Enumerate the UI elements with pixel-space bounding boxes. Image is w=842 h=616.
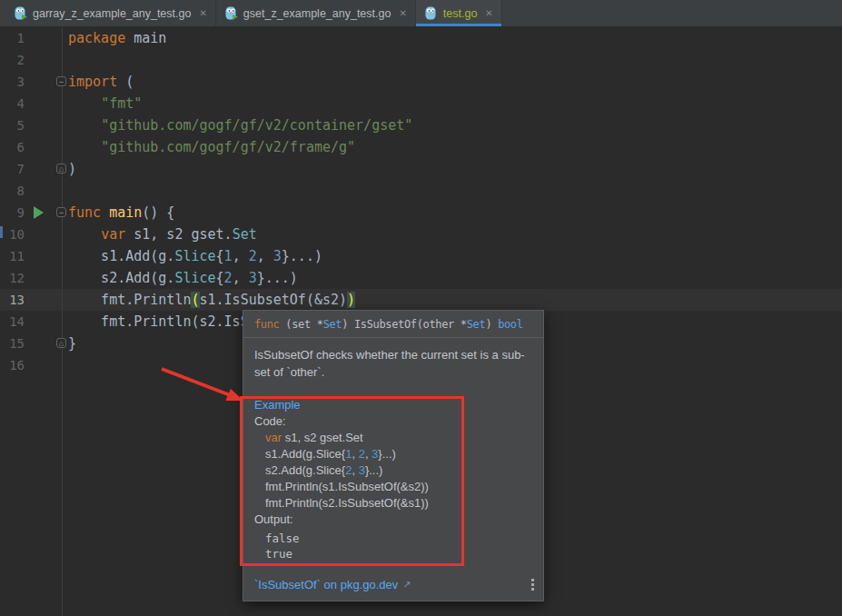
- tab-label: gset_z_example_any_test.go: [243, 7, 391, 20]
- line-number[interactable]: 9: [0, 202, 25, 224]
- popup-footer: `IsSubsetOf` on pkg.go.dev ↗: [254, 578, 534, 591]
- line-number[interactable]: 2: [0, 49, 25, 71]
- line-number[interactable]: 16: [0, 354, 25, 376]
- line-number[interactable]: 7: [0, 158, 25, 180]
- code-line[interactable]: "github.com/gogf/gf/v2/container/gset": [68, 114, 412, 136]
- tab-label: test.go: [443, 7, 478, 20]
- code-line[interactable]: "github.com/gogf/gf/v2/frame/g": [68, 136, 355, 158]
- code-label: Code:: [254, 413, 532, 430]
- tab-gset_z_example_any_test.go[interactable]: gset_z_example_any_test.go✕: [216, 0, 416, 26]
- line-number[interactable]: 1: [0, 27, 25, 49]
- example-code-line: var s1, s2 gset.Set: [254, 430, 532, 446]
- editor-tab-bar: garray_z_example_any_test.go✕ gset_z_exa…: [0, 0, 842, 27]
- line-number[interactable]: 12: [0, 267, 25, 289]
- code-line[interactable]: s2.Add(g.Slice{2, 3}...): [68, 267, 298, 289]
- example-code-line: s1.Add(g.Slice{1, 2, 3}...): [254, 446, 532, 462]
- vcs-change-marker: [0, 226, 3, 238]
- external-link-icon: ↗: [402, 579, 411, 591]
- popup-code-block: var s1, s2 gset.Sets1.Add(g.Slice{1, 2, …: [254, 430, 532, 512]
- tab-label: garray_z_example_any_test.go: [33, 7, 191, 20]
- line-number[interactable]: 11: [0, 245, 25, 267]
- code-line[interactable]: import (: [68, 71, 134, 93]
- go-file-icon: [424, 6, 438, 20]
- code-line[interactable]: fmt.Println(s1.IsSubsetOf(&s2)): [68, 289, 355, 311]
- line-number[interactable]: 6: [0, 136, 25, 158]
- tab-garray_z_example_any_test.go[interactable]: garray_z_example_any_test.go✕: [5, 0, 216, 26]
- code-line[interactable]: "fmt": [68, 93, 142, 114]
- code-line[interactable]: package main: [68, 27, 166, 49]
- example-code-line: fmt.Println(s2.IsSubsetOf(&s1)): [254, 495, 532, 512]
- close-icon[interactable]: ✕: [485, 8, 492, 18]
- example-code-line: s2.Add(g.Slice{2, 3}...): [254, 462, 532, 479]
- line-number[interactable]: 13: [0, 289, 25, 311]
- output-label: Output:: [254, 512, 532, 528]
- code-line[interactable]: s1.Add(g.Slice{1, 2, 3}...): [68, 245, 322, 267]
- output-line: true: [254, 546, 532, 561]
- kebab-menu-icon[interactable]: [531, 579, 534, 591]
- pkg-go-dev-link[interactable]: `IsSubsetOf` on pkg.go.dev: [254, 578, 398, 591]
- line-number[interactable]: 5: [0, 114, 25, 136]
- fold-marker-icon[interactable]: −: [56, 76, 66, 86]
- line-number[interactable]: 10: [0, 224, 25, 245]
- popup-body: IsSubsetOf checks whether the current se…: [243, 338, 543, 561]
- example-section: Example Code: var s1, s2 gset.Sets1.Add(…: [254, 397, 532, 561]
- line-number[interactable]: 8: [0, 180, 25, 202]
- line-number[interactable]: 3: [0, 71, 25, 93]
- run-icon[interactable]: [34, 206, 44, 219]
- line-number[interactable]: 4: [0, 93, 25, 114]
- line-number[interactable]: 15: [0, 333, 25, 354]
- fold-marker-icon[interactable]: ⌂: [56, 164, 66, 174]
- close-icon[interactable]: ✕: [199, 8, 206, 18]
- popup-signature: func (set *Set) IsSubsetOf(other *Set) b…: [243, 311, 543, 338]
- fold-marker-icon[interactable]: −: [56, 207, 66, 217]
- code-line[interactable]: }: [68, 333, 76, 354]
- go-test-file-icon: [224, 6, 238, 20]
- gutter-separator: [62, 27, 63, 616]
- go-test-file-icon: [14, 6, 27, 20]
- example-code-line: fmt.Println(s1.IsSubsetOf(&s2)): [254, 479, 532, 495]
- fold-marker-icon[interactable]: ⌂: [56, 338, 66, 348]
- popup-description: IsSubsetOf checks whether the current se…: [254, 346, 532, 381]
- ide-window: garray_z_example_any_test.go✕ gset_z_exa…: [0, 0, 842, 616]
- documentation-popup: func (set *Set) IsSubsetOf(other *Set) b…: [243, 310, 544, 601]
- code-line[interactable]: var s1, s2 gset.Set: [68, 224, 257, 245]
- tab-test.go[interactable]: test.go✕: [416, 0, 502, 26]
- output-line: false: [254, 531, 532, 546]
- example-link[interactable]: Example: [254, 398, 301, 412]
- code-line[interactable]: func main() {: [68, 202, 174, 224]
- close-icon[interactable]: ✕: [399, 8, 406, 18]
- code-line[interactable]: ): [68, 158, 76, 180]
- popup-output-block: falsetrue: [254, 531, 532, 561]
- line-number[interactable]: 14: [0, 311, 25, 333]
